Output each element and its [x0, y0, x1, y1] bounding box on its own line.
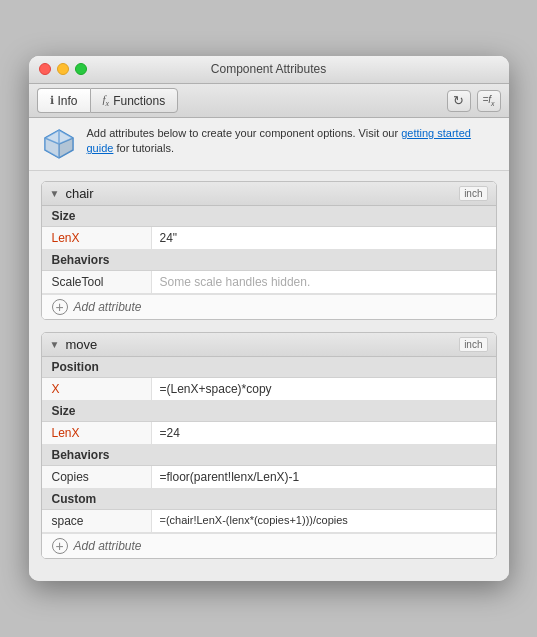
attr-row-lenx-chair: LenX 24" — [42, 227, 496, 249]
attr-value-lenx-move[interactable]: =24 — [152, 422, 496, 444]
formula-button[interactable]: =fx — [477, 90, 501, 112]
info-text: Add attributes below to create your comp… — [87, 126, 497, 157]
attr-row-lenx-move: LenX =24 — [42, 422, 496, 444]
group-behaviors-chair: Behaviors ScaleTool Some scale handles h… — [42, 250, 496, 294]
section-name-chair: chair — [65, 186, 93, 201]
add-attribute-label-move[interactable]: Add attribute — [74, 539, 142, 553]
add-attribute-icon-chair[interactable]: + — [52, 299, 68, 315]
traffic-lights — [39, 63, 87, 75]
maximize-button[interactable] — [75, 63, 87, 75]
attr-label-scaletool-chair[interactable]: ScaleTool — [42, 271, 152, 293]
section-header-move: ▼ move inch — [42, 333, 496, 357]
group-header-size-chair: Size — [42, 206, 496, 227]
unit-badge-move[interactable]: inch — [459, 337, 487, 352]
group-header-position-move: Position — [42, 357, 496, 378]
info-text-before-link: Add attributes below to create your comp… — [87, 127, 402, 139]
add-attribute-icon-move[interactable]: + — [52, 538, 68, 554]
attr-row-space-move: space =(chair!LenX-(lenx*(copies+1)))/co… — [42, 510, 496, 532]
toolbar: ℹ Info fx Functions ↻ =fx — [29, 84, 509, 118]
unit-badge-chair[interactable]: inch — [459, 186, 487, 201]
cube-icon — [41, 126, 77, 162]
add-row-move: + Add attribute — [42, 533, 496, 558]
info-banner: Add attributes below to create your comp… — [29, 118, 509, 171]
refresh-button[interactable]: ↻ — [447, 90, 471, 112]
attr-row-x-move: X =(LenX+space)*copy — [42, 378, 496, 400]
group-size-chair: Size LenX 24" — [42, 206, 496, 250]
section-name-move: move — [65, 337, 97, 352]
component-section-chair: ▼ chair inch Size LenX 24" Behaviors Sca… — [41, 181, 497, 320]
attr-label-copies-move[interactable]: Copies — [42, 466, 152, 488]
section-header-chair: ▼ chair inch — [42, 182, 496, 206]
collapse-icon-chair[interactable]: ▼ — [50, 188, 60, 199]
attr-label-space-move[interactable]: space — [42, 510, 152, 532]
component-icon-box — [41, 126, 77, 162]
group-header-behaviors-chair: Behaviors — [42, 250, 496, 271]
tab-functions-label: Functions — [113, 94, 165, 108]
formula-icon: =fx — [482, 94, 494, 107]
group-header-custom-move: Custom — [42, 489, 496, 510]
tab-functions[interactable]: fx Functions — [90, 88, 179, 113]
toolbar-actions: ↻ =fx — [447, 90, 501, 112]
close-button[interactable] — [39, 63, 51, 75]
refresh-icon: ↻ — [453, 93, 464, 108]
content-area: ▼ chair inch Size LenX 24" Behaviors Sca… — [29, 171, 509, 581]
tab-bar: ℹ Info fx Functions — [37, 88, 179, 113]
group-size-move: Size LenX =24 — [42, 401, 496, 445]
minimize-button[interactable] — [57, 63, 69, 75]
group-behaviors-move: Behaviors Copies =floor(parent!lenx/LenX… — [42, 445, 496, 489]
attr-value-copies-move[interactable]: =floor(parent!lenx/LenX)-1 — [152, 466, 496, 488]
info-text-after-link: for tutorials. — [113, 142, 174, 154]
section-title-area-move: ▼ move — [50, 337, 98, 352]
attr-value-scaletool-chair[interactable]: Some scale handles hidden. — [152, 271, 496, 293]
attr-row-copies-move: Copies =floor(parent!lenx/LenX)-1 — [42, 466, 496, 488]
group-custom-move: Custom space =(chair!LenX-(lenx*(copies+… — [42, 489, 496, 533]
add-row-chair: + Add attribute — [42, 294, 496, 319]
group-header-size-move: Size — [42, 401, 496, 422]
titlebar: Component Attributes — [29, 56, 509, 84]
attr-label-lenx-chair[interactable]: LenX — [42, 227, 152, 249]
group-header-behaviors-move: Behaviors — [42, 445, 496, 466]
attr-label-lenx-move[interactable]: LenX — [42, 422, 152, 444]
functions-tab-icon: fx — [103, 93, 110, 108]
component-section-move: ▼ move inch Position X =(LenX+space)*cop… — [41, 332, 497, 559]
section-title-area-chair: ▼ chair — [50, 186, 94, 201]
attr-value-x-move[interactable]: =(LenX+space)*copy — [152, 378, 496, 400]
group-position-move: Position X =(LenX+space)*copy — [42, 357, 496, 401]
collapse-icon-move[interactable]: ▼ — [50, 339, 60, 350]
attr-value-lenx-chair[interactable]: 24" — [152, 227, 496, 249]
info-tab-icon: ℹ — [50, 94, 54, 107]
window-title: Component Attributes — [211, 62, 326, 76]
tab-info[interactable]: ℹ Info — [37, 88, 90, 113]
attr-label-x-move[interactable]: X — [42, 378, 152, 400]
attr-row-scaletool-chair: ScaleTool Some scale handles hidden. — [42, 271, 496, 293]
tab-info-label: Info — [58, 94, 78, 108]
attr-value-space-move[interactable]: =(chair!LenX-(lenx*(copies+1)))/copies — [152, 510, 496, 532]
main-window: Component Attributes ℹ Info fx Functions… — [29, 56, 509, 581]
add-attribute-label-chair[interactable]: Add attribute — [74, 300, 142, 314]
